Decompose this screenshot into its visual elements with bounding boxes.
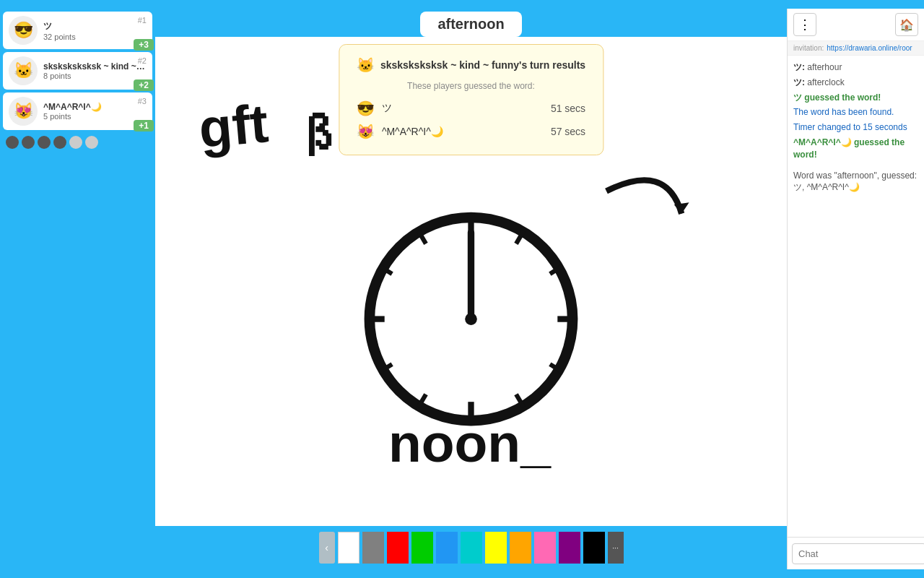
player-name-3: ^M^A^R^I^🌙	[43, 102, 147, 112]
chat-system-1: The word has been found.	[793, 107, 894, 117]
progress-dots	[3, 133, 152, 149]
home-button[interactable]: 🏠	[895, 13, 918, 36]
score-badge-1: +3	[134, 39, 154, 51]
result-time-1: 51 secs	[551, 103, 585, 114]
dot-1	[6, 136, 19, 149]
more-colors-btn[interactable]: ···	[608, 532, 624, 564]
player-avatar-3: 😻	[9, 97, 38, 126]
player-points-1: 32 points	[43, 33, 147, 41]
menu-button[interactable]: ⋮	[793, 13, 816, 36]
dot-3	[38, 136, 51, 149]
result-avatar-2: 😻	[357, 123, 375, 140]
player-card-2: 🐱 sksksksksksk ~ kind ~ funny 8 points #…	[3, 52, 152, 90]
player-avatar-1: 😎	[9, 16, 38, 45]
word-display: afternoon	[420, 12, 521, 37]
player-points-2: 8 points	[43, 72, 147, 80]
palette-left-arrow[interactable]: ‹	[319, 532, 335, 564]
result-name-2: ^M^A^R^I^🌙	[382, 126, 544, 137]
invite-link: https://drawaria.online/roor	[827, 44, 912, 52]
result-row-2: 😻 ^M^A^R^I^🌙 57 secs	[357, 120, 585, 143]
result-time-2: 57 secs	[551, 126, 585, 137]
player-card-1: 😎 ツ 32 points #1 +3	[3, 12, 152, 49]
chat-msg-1: ツ: afterhour	[793, 61, 918, 74]
chat-system-2: Timer changed to 15 seconds	[793, 122, 907, 132]
invite-bar: invitation: https://drawaria.online/roor	[788, 41, 924, 56]
dot-6	[85, 136, 98, 149]
color-swatch-green[interactable]	[411, 532, 433, 564]
score-badge-3: +1	[134, 120, 154, 131]
chat-text-1: afterhour	[807, 62, 842, 72]
result-row-1: 😎 ツ 51 secs	[357, 97, 585, 120]
chat-text-2: afterclock	[807, 77, 844, 87]
result-header: 🐱 sksksksksksk ~ kind ~ funny's turn res…	[357, 56, 585, 74]
svg-text:gft: gft	[196, 92, 271, 159]
chat-msg-2: ツ: afterclock	[793, 77, 918, 89]
player-name-2: sksksksksksk ~ kind ~ funny	[43, 61, 147, 72]
chat-guessed-2: ^M^A^R^I^🌙 guessed the word!	[793, 137, 905, 160]
color-swatch-cyan[interactable]	[461, 532, 482, 564]
chat-msg-5: Timer changed to 15 seconds	[793, 121, 918, 134]
chat-name-1: ツ:	[793, 62, 805, 72]
player-points-3: 5 points	[43, 112, 147, 121]
player-card-3: 😻 ^M^A^R^I^🌙 5 points #3 +1	[3, 92, 152, 130]
chat-input[interactable]	[792, 543, 924, 564]
chat-guessed-1: ツ guessed the word!	[793, 92, 881, 103]
chat-messages: ツ: afterhour ツ: afterclock ツ guessed the…	[788, 56, 924, 537]
player-rank-3: #3	[138, 97, 147, 105]
chat-msg-7: Word was "afternoon", guessed: ツ, ^M^A^R…	[793, 170, 918, 194]
guessed-label: These players guessed the word:	[357, 81, 585, 91]
player-rank-1: #1	[138, 16, 147, 25]
color-swatch-pink[interactable]	[534, 532, 556, 564]
center-area: afternoon gft ꞵ	[155, 9, 787, 569]
svg-text:noon_: noon_	[388, 413, 552, 474]
chat-input-area: ★	[788, 537, 924, 569]
result-drawer-name: sksksksksksk ~ kind ~ funny's turn resul…	[380, 59, 585, 71]
color-swatch-orange[interactable]	[510, 532, 531, 564]
chat-msg-4: The word has been found.	[793, 106, 918, 118]
chat-info-1: Word was "afternoon", guessed: ツ, ^M^A^R…	[793, 171, 917, 193]
right-top-bar: ⋮ 🏠	[788, 9, 924, 41]
right-sidebar: ⋮ 🏠 invitation: https://drawaria.online/…	[787, 9, 924, 569]
result-overlay: 🐱 sksksksksksk ~ kind ~ funny's turn res…	[339, 44, 603, 155]
svg-point-17	[465, 313, 477, 325]
dot-5	[69, 136, 82, 149]
result-drawer-avatar: 🐱	[357, 56, 375, 74]
dot-4	[53, 136, 66, 149]
chat-msg-6: ^M^A^R^I^🌙 guessed the word!	[793, 137, 918, 161]
color-swatch-blue[interactable]	[436, 532, 458, 564]
canvas-wrapper: gft ꞵ	[155, 37, 787, 526]
result-name-1: ツ	[382, 102, 544, 115]
result-avatar-1: 😎	[357, 100, 375, 117]
chat-name-2: ツ:	[793, 77, 805, 87]
color-swatch-black[interactable]	[583, 532, 605, 564]
player-rank-2: #2	[138, 56, 147, 65]
player-name-1: ツ	[43, 20, 147, 33]
dot-2	[22, 136, 35, 149]
player-avatar-2: 🐱	[9, 56, 38, 85]
more-colors-icon: ···	[612, 544, 618, 552]
color-swatch-white[interactable]	[338, 532, 359, 564]
color-swatch-purple[interactable]	[559, 532, 580, 564]
color-swatch-yellow[interactable]	[485, 532, 507, 564]
palette-bar: ‹ ···	[155, 526, 787, 569]
chat-msg-3: ツ guessed the word!	[793, 92, 918, 104]
color-swatch-gray[interactable]	[362, 532, 384, 564]
invite-label: invitation:	[793, 44, 824, 52]
color-swatch-red[interactable]	[387, 532, 409, 564]
canvas-area[interactable]: gft ꞵ	[155, 37, 787, 526]
left-sidebar: 😎 ツ 32 points #1 +3 🐱 sksksksksksk ~ kin…	[0, 9, 155, 569]
svg-text:ꞵ: ꞵ	[305, 100, 333, 161]
score-badge-2: +2	[134, 79, 154, 91]
